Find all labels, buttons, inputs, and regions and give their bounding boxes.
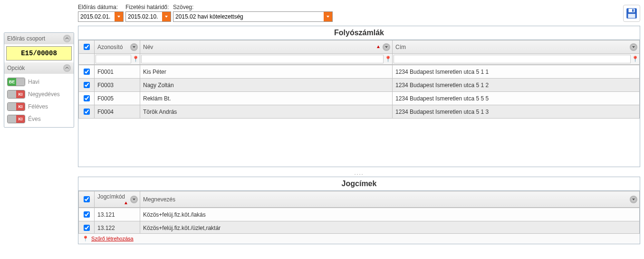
date-input[interactable] — [78, 12, 115, 21]
top-form: Előírás dátuma: Fizetési határidő: — [78, 4, 640, 22]
svg-rect-1 — [629, 9, 635, 12]
collapse-icon[interactable] — [63, 35, 71, 42]
chevron-down-icon[interactable] — [630, 196, 637, 203]
select-all-header — [79, 40, 95, 54]
row-checkbox[interactable] — [84, 95, 90, 101]
toggle-feleves[interactable]: KI — [7, 102, 25, 111]
save-icon — [625, 7, 638, 20]
row-checkbox[interactable] — [84, 109, 90, 115]
filter-id-input[interactable] — [96, 55, 131, 63]
filter-icon[interactable]: 📍 — [132, 55, 139, 63]
table-row[interactable]: F0001 Kis Péter 1234 Budapest Ismeretlen… — [79, 65, 640, 79]
row-checkbox[interactable] — [84, 69, 90, 75]
date-field: Előírás dátuma: — [78, 4, 124, 22]
sort-ascending-icon: ▲ — [124, 200, 128, 205]
col-id-header[interactable]: Azonosító — [95, 40, 140, 54]
sort-ascending-icon: ▲ — [376, 44, 381, 49]
date-label: Előírás dátuma: — [78, 4, 124, 10]
sidebar-group-label: Előírás csoport — [7, 35, 45, 42]
chevron-down-icon[interactable] — [130, 196, 138, 203]
sidebar-options-label: Opciók — [7, 65, 25, 71]
col-code-header[interactable]: Jogcímkód ▲ — [95, 191, 140, 208]
deadline-input[interactable] — [126, 12, 162, 21]
text-label: Szöveg: — [173, 4, 333, 10]
select-all-checkbox[interactable] — [84, 196, 90, 202]
accounts-grid-title: Folyószámlák — [78, 26, 640, 40]
option-label: Féléves — [28, 103, 48, 110]
chevron-down-icon[interactable] — [130, 43, 138, 51]
chevron-down-icon[interactable] — [115, 12, 123, 21]
select-all-header — [79, 191, 95, 208]
pin-icon: 📍 — [82, 236, 89, 241]
deadline-label: Fizetési határidő: — [125, 4, 171, 10]
filter-icon[interactable]: 📍 — [384, 55, 391, 63]
option-row: BE Havi — [6, 76, 72, 88]
group-id-display: E15/00008 — [6, 46, 72, 60]
table-row[interactable]: 13.122 Közös+felúj.fiz.köt./üzlet,raktár — [79, 221, 640, 234]
option-row: KI Féléves — [6, 100, 72, 113]
option-row: KI Negyedéves — [6, 88, 72, 100]
option-label: Negyedéves — [28, 91, 60, 98]
select-all-checkbox[interactable] — [84, 44, 90, 50]
option-label: Éves — [28, 116, 41, 122]
col-name-header[interactable]: Név ▲ — [140, 40, 393, 54]
titles-grid: Jogcímek Jogcímkód ▲ Megnevezés — [78, 177, 640, 244]
option-label: Havi — [28, 79, 39, 85]
chevron-down-icon[interactable] — [324, 12, 332, 21]
toggle-negyedeves[interactable]: KI — [7, 90, 25, 99]
table-row[interactable]: F0003 Nagy Zoltán 1234 Budapest Ismeretl… — [79, 79, 640, 92]
row-checkbox[interactable] — [84, 82, 90, 88]
chevron-down-icon[interactable] — [630, 43, 637, 51]
collapse-icon[interactable] — [63, 64, 71, 72]
svg-rect-3 — [628, 14, 635, 18]
save-button[interactable] — [623, 5, 640, 22]
deadline-field: Fizetési határidő: — [125, 4, 171, 22]
row-checkbox[interactable] — [84, 211, 90, 218]
filter-icon[interactable]: 📍 — [632, 55, 638, 63]
create-filter-link[interactable]: Szűrő létrehozása — [91, 236, 134, 241]
toggle-eves[interactable]: KI — [7, 115, 25, 123]
filter-address-input[interactable] — [394, 55, 631, 63]
table-row[interactable]: F0004 Török András 1234 Budapest Ismeret… — [79, 105, 640, 119]
filter-name-input[interactable] — [141, 55, 384, 63]
chevron-down-icon[interactable] — [383, 43, 390, 51]
sidebar-options-body: BE Havi KI Negyedéves KI — [4, 74, 74, 127]
grid-footer: 📍 Szűrő létrehozása — [78, 233, 640, 244]
table-row[interactable]: 13.121 Közös+felúj.fiz.köt./lakás — [79, 208, 640, 221]
sidebar-options-header: Opciók — [4, 62, 74, 74]
sidebar-group-header: Előírás csoport — [4, 33, 74, 44]
svg-rect-2 — [632, 9, 634, 11]
accounts-grid: Folyószámlák Azonosító Név ▲ — [78, 26, 640, 167]
row-checkbox[interactable] — [84, 225, 90, 231]
toggle-havi[interactable]: BE — [7, 78, 25, 86]
option-row: KI Éves — [6, 113, 72, 125]
chevron-down-icon[interactable] — [162, 12, 171, 21]
text-field: Szöveg: — [173, 4, 333, 22]
col-address-header[interactable]: Cím — [393, 40, 640, 54]
sidebar-group-panel: Előírás csoport E15/00008 Opciók BE — [4, 32, 74, 128]
col-desc-header[interactable]: Megnevezés — [140, 191, 640, 208]
table-row[interactable]: F0005 Reklám Bt. 1234 Budapest Ismeretle… — [79, 92, 640, 105]
splitter[interactable]: .... — [78, 169, 640, 177]
text-input[interactable] — [173, 12, 324, 21]
titles-grid-title: Jogcímek — [78, 177, 640, 191]
